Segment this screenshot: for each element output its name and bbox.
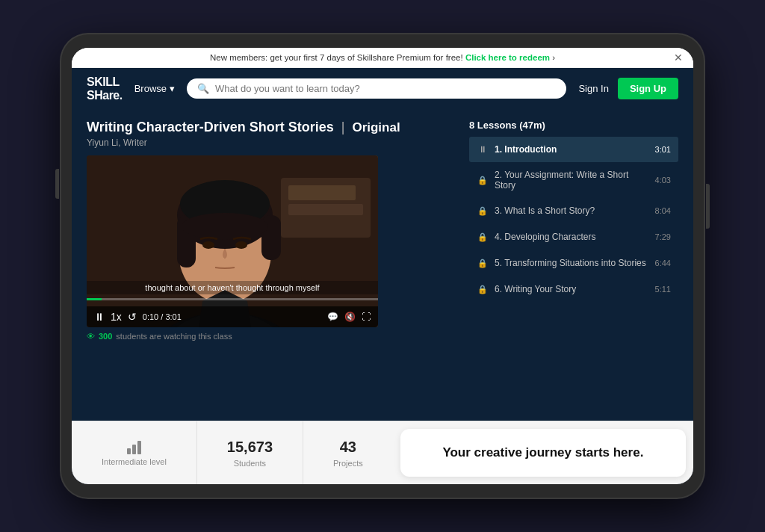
lesson-title: 4. Developing Characters [495,232,649,242]
title-divider: | [341,120,345,135]
watching-count: 300 [99,332,112,341]
video-time: 0:10 / 3:01 [143,312,182,321]
speed-button[interactable]: 1x [111,311,122,323]
video-progress-bar[interactable] [87,298,378,300]
lesson-title: 5. Transforming Situations into Stories [495,258,649,268]
banner-text: New members: get your first 7 days of Sk… [210,53,463,62]
eye-icon: 👁 [87,332,95,341]
svg-point-14 [235,241,247,249]
lesson-item[interactable]: 🔒 6. Writing Your Story 5:11 [469,276,678,302]
pause-button[interactable]: ⏸ [94,311,105,323]
projects-count: 43 [340,439,356,456]
lesson-item[interactable]: ⏸ 1. Introduction 3:01 [469,137,678,162]
cta-card[interactable]: Your creative journey starts here. [400,429,686,477]
level-label: Intermediate level [102,457,167,466]
chevron-down-icon: ▾ [170,83,175,94]
left-column: Writing Character-Driven Short Stories |… [87,120,454,413]
students-count: 15,673 [227,439,273,456]
lesson-title: 2. Your Assignment: Write a Short Story [495,170,649,191]
course-author: Yiyun Li, Writer [87,137,454,148]
lessons-header: 8 Lessons (47m) [469,120,678,131]
svg-point-13 [202,241,214,249]
main-content: Writing Character-Driven Short Stories |… [72,109,693,484]
tablet-frame: New members: get your first 7 days of Sk… [61,34,704,498]
subtitles-icon[interactable]: 💬 [327,312,338,322]
lesson-duration: 7:29 [655,232,671,241]
video-controls: ⏸ 1x ↺ 0:10 / 3:01 💬 🔇 ⛶ [87,306,378,327]
lesson-title: 1. Introduction [495,144,649,155]
lock-icon: 🔒 [477,174,489,186]
lock-icon: 🔒 [477,231,489,243]
svg-point-12 [182,213,268,240]
nav-right: Sign In Sign Up [578,78,678,99]
lock-icon: 🔒 [477,257,489,269]
stat-students: 15,673 Students [197,421,303,484]
lock-icon: 🔒 [477,205,489,217]
video-subtitle: thought about or haven't thought through… [87,281,378,294]
course-title-row: Writing Character-Driven Short Stories |… [87,120,454,135]
search-input[interactable] [215,83,556,94]
lesson-item[interactable]: 🔒 2. Your Assignment: Write a Short Stor… [469,163,678,197]
video-player[interactable]: thought about or haven't thought through… [87,155,378,327]
lesson-duration: 6:44 [655,259,671,267]
content-area: Writing Character-Driven Short Stories |… [72,109,693,421]
video-progress-fill [87,298,102,300]
skillshare-logo: SKILL SHare. [87,75,123,102]
svg-rect-3 [288,204,363,215]
volume-icon[interactable]: 🔇 [344,312,356,322]
stat-projects: 43 Projects [303,421,393,484]
lesson-title: 6. Writing Your Story [495,284,649,294]
bottom-stats-bar: Intermediate level 15,673 Students 43 Pr… [72,421,693,484]
banner-link[interactable]: Click here to redeem [465,53,550,62]
fullscreen-icon[interactable]: ⛶ [362,312,371,322]
search-icon: 🔍 [197,83,209,94]
watching-text: students are watching this class [116,332,232,341]
lesson-item[interactable]: 🔒 3. What Is a Short Story? 8:04 [469,198,678,223]
sign-in-button[interactable]: Sign In [578,83,608,94]
pause-icon: ⏸ [477,143,489,155]
level-chart-icon [127,439,141,454]
cta-text: Your creative journey starts here. [442,445,643,461]
video-content [87,155,378,327]
video-right-controls: 💬 🔇 ⛶ [327,312,371,322]
search-bar[interactable]: 🔍 [187,78,566,99]
stat-level: Intermediate level [72,421,197,484]
rewind-button[interactable]: ↺ [128,311,137,323]
course-title-area: Writing Character-Driven Short Stories |… [87,120,454,148]
banner-arrow: › [552,53,555,62]
course-title: Writing Character-Driven Short Stories [87,120,334,135]
lesson-item[interactable]: 🔒 4. Developing Characters 7:29 [469,224,678,250]
lesson-duration: 3:01 [655,145,671,154]
navigation: SKILL SHare. Browse ▾ 🔍 Sign In Sign Up [72,68,693,109]
sign-up-button[interactable]: Sign Up [618,78,678,99]
lesson-title: 3. What Is a Short Story? [495,205,649,216]
lesson-duration: 8:04 [655,206,671,215]
svg-rect-2 [288,185,356,200]
lock-icon: 🔒 [477,283,489,295]
watching-info: 👁 300 students are watching this class [87,332,454,341]
close-icon[interactable]: ✕ [674,52,683,64]
original-badge: Original [352,120,400,135]
browse-button[interactable]: Browse ▾ [134,83,175,94]
lesson-list: ⏸ 1. Introduction 3:01 🔒 2. Your Assignm… [469,137,678,302]
students-label: Students [234,459,266,468]
promo-banner: New members: get your first 7 days of Sk… [72,48,693,68]
right-column: 8 Lessons (47m) ⏸ 1. Introduction 3:01 🔒 [469,120,678,413]
tablet-screen: New members: get your first 7 days of Sk… [72,48,693,484]
lesson-item[interactable]: 🔒 5. Transforming Situations into Storie… [469,250,678,276]
projects-label: Projects [333,459,363,468]
lesson-duration: 5:11 [655,285,671,294]
video-thumbnail: thought about or haven't thought through… [87,155,378,327]
lesson-duration: 4:03 [655,176,671,185]
